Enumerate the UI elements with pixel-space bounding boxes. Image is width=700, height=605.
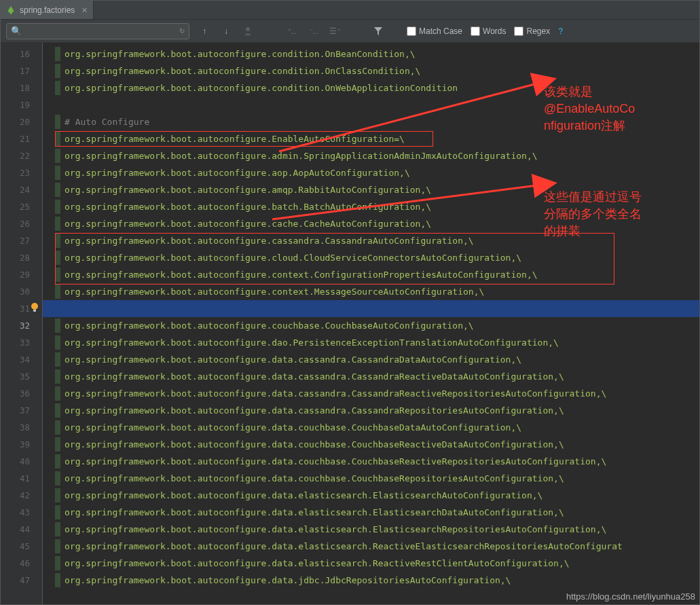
code-text: org.springframework.boot.autoconfigure.d… — [55, 436, 564, 453]
line-number: 16 — [1, 45, 30, 62]
code-line[interactable]: org.springframework.boot.autoconfigure.d… — [55, 487, 699, 504]
history-icon[interactable]: ↻ — [179, 27, 185, 35]
add-selection-icon[interactable]: ⁺⎵ — [284, 24, 298, 38]
line-number: 30 — [1, 283, 30, 300]
vcs-change-bar — [55, 285, 60, 299]
match-case-checkbox[interactable]: Match Case — [407, 26, 462, 36]
line-number: 38 — [1, 419, 30, 436]
prev-match-icon[interactable]: ↑ — [198, 24, 211, 38]
code-editor[interactable]: 1617181920212223242526272829303132333435… — [1, 43, 699, 604]
line-number: 23 — [1, 164, 30, 181]
vcs-change-bar — [55, 149, 60, 163]
line-number: 40 — [1, 453, 30, 470]
code-text: org.springframework.boot.autoconfigure.c… — [55, 215, 431, 232]
line-number: 43 — [1, 504, 30, 521]
svg-point-0 — [246, 27, 250, 31]
code-line[interactable]: org.springframework.boot.autoconfigure.a… — [55, 147, 699, 164]
code-line[interactable]: org.springframework.boot.autoconfigure.d… — [55, 470, 699, 487]
code-text: org.springframework.boot.autoconfigure.a… — [55, 181, 431, 198]
code-text: org.springframework.boot.autoconfigure.c… — [55, 249, 521, 266]
line-number: 21 — [1, 130, 30, 147]
code-line[interactable]: org.springframework.boot.autoconfigure.d… — [55, 555, 699, 572]
regex-checkbox[interactable]: Regex — [514, 26, 550, 36]
line-number: 45 — [1, 538, 30, 555]
vcs-change-bar — [55, 471, 60, 485]
code-text: org.springframework.boot.autoconfigure.b… — [55, 198, 431, 215]
code-line[interactable]: org.springframework.boot.autoconfigure.c… — [55, 266, 699, 283]
search-icon: 🔍 — [11, 26, 22, 36]
code-line[interactable]: org.springframework.boot.autoconfigure.a… — [55, 181, 699, 198]
line-number: 29 — [1, 266, 30, 283]
code-line[interactable]: org.springframework.boot.autoconfigure.d… — [55, 402, 699, 419]
select-all-occurrences-icon[interactable]: ☰⁺ — [328, 24, 342, 38]
code-line[interactable]: org.springframework.boot.autoconfigure.E… — [55, 130, 699, 147]
filter-icon[interactable] — [371, 24, 385, 38]
code-text: org.springframework.boot.autoconfigure.d… — [55, 470, 564, 487]
code-text: org.springframework.boot.autoconfigure.d… — [55, 385, 606, 402]
search-bar: 🔍 ↻ ↑ ↓ ⁺⎵ ⁻⎵ ☰⁺ Match Case Words Regex … — [1, 20, 699, 43]
svg-point-1 — [31, 303, 38, 310]
line-number: 27 — [1, 232, 30, 249]
code-line[interactable]: org.springframework.boot.autoconfigure.d… — [55, 453, 699, 470]
editor-tab[interactable]: spring.factories × — [1, 1, 94, 19]
code-line[interactable]: org.springframework.boot.autoconfigure.b… — [55, 198, 699, 215]
code-line[interactable]: org.springframework.boot.autoconfigure.c… — [55, 317, 699, 334]
vcs-change-bar — [55, 166, 60, 180]
line-number: 28 — [1, 249, 30, 266]
code-line[interactable] — [55, 96, 699, 113]
vcs-change-bar — [55, 420, 60, 435]
code-line[interactable]: org.springframework.boot.autoconfigure.d… — [55, 436, 699, 453]
line-number: 46 — [1, 555, 30, 572]
code-text: org.springframework.boot.autoconfigure.d… — [55, 453, 606, 470]
code-line[interactable]: org.springframework.boot.autoconfigure.d… — [55, 504, 699, 521]
help-icon[interactable]: ? — [558, 26, 563, 36]
code-text: org.springframework.boot.autoconfigure.d… — [55, 334, 559, 351]
code-line[interactable]: org.springframework.boot.autoconfigure.d… — [55, 572, 699, 589]
regex-label: Regex — [526, 26, 550, 36]
vcs-change-bar — [55, 268, 60, 282]
code-line[interactable]: org.springframework.boot.autoconfigure.d… — [55, 538, 699, 555]
code-line[interactable]: org.springframework.boot.autoconfigure.c… — [55, 215, 699, 232]
vcs-change-bar — [55, 573, 60, 587]
code-line[interactable]: org.springframework.boot.autoconfigure.a… — [55, 164, 699, 181]
select-all-icon[interactable] — [241, 24, 255, 38]
file-icon — [6, 5, 16, 15]
search-input[interactable]: 🔍 ↻ — [6, 23, 189, 39]
line-number: 22 — [1, 147, 30, 164]
vcs-change-bar — [55, 522, 60, 536]
line-number: 37 — [1, 402, 30, 419]
vcs-change-bar — [55, 539, 60, 553]
code-line[interactable]: org.springframework.boot.autoconfigure.d… — [55, 521, 699, 538]
line-number: 31 — [1, 300, 30, 317]
code-line[interactable]: org.springframework.boot.autoconfigure.d… — [55, 368, 699, 385]
code-line[interactable]: org.springframework.boot.autoconfigure.c… — [55, 283, 699, 300]
remove-selection-icon[interactable]: ⁻⎵ — [306, 24, 320, 38]
code-line[interactable]: org.springframework.boot.autoconfigure.c… — [55, 79, 699, 96]
vcs-change-bar — [55, 454, 60, 469]
code-text: org.springframework.boot.autoconfigure.a… — [55, 164, 410, 181]
line-highlight — [43, 300, 699, 317]
code-area[interactable]: org.springframework.boot.autoconfigure.c… — [43, 43, 699, 604]
code-line[interactable]: org.springframework.boot.autoconfigure.d… — [55, 334, 699, 351]
vcs-change-bar — [55, 556, 60, 570]
vcs-change-bar — [55, 183, 60, 197]
code-text: org.springframework.boot.autoconfigure.c… — [55, 79, 458, 96]
code-line[interactable]: org.springframework.boot.autoconfigure.d… — [55, 385, 699, 402]
vcs-change-bar — [55, 505, 60, 519]
code-line[interactable]: org.springframework.boot.autoconfigure.c… — [55, 232, 699, 249]
vcs-change-bar — [55, 352, 60, 367]
next-match-icon[interactable]: ↓ — [219, 24, 233, 38]
code-line[interactable]: org.springframework.boot.autoconfigure.c… — [55, 45, 699, 62]
code-text: org.springframework.boot.autoconfigure.d… — [55, 504, 564, 521]
close-icon[interactable]: × — [81, 5, 87, 16]
code-line[interactable]: # Auto Configure — [55, 113, 699, 130]
words-checkbox[interactable]: Words — [471, 26, 506, 36]
vcs-change-bar — [55, 369, 60, 384]
vcs-change-bar — [55, 335, 60, 350]
intention-bulb-icon[interactable] — [29, 301, 40, 312]
code-line[interactable]: org.springframework.boot.autoconfigure.d… — [55, 419, 699, 436]
code-line[interactable]: org.springframework.boot.autoconfigure.c… — [55, 249, 699, 266]
tab-bar: spring.factories × — [1, 1, 699, 20]
code-line[interactable]: org.springframework.boot.autoconfigure.d… — [55, 351, 699, 368]
code-line[interactable]: org.springframework.boot.autoconfigure.c… — [55, 62, 699, 79]
